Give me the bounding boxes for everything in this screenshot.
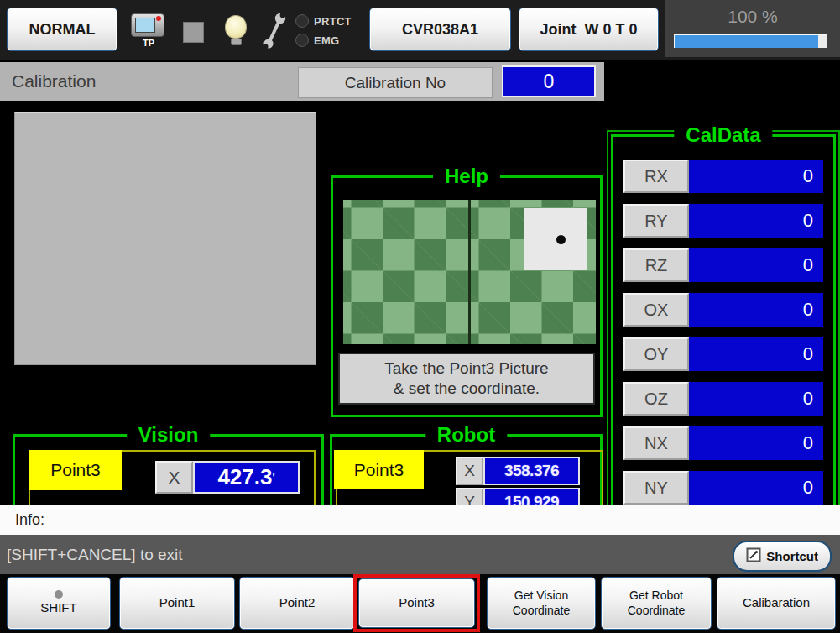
- robot-x-value: 358.376: [504, 462, 559, 480]
- vision-x-suffix: ': [272, 471, 274, 484]
- shortcut-label: Shortcut: [766, 549, 818, 563]
- caldata-row: OX 0: [623, 293, 823, 327]
- caldata-row: NY 0: [623, 471, 823, 505]
- calibration-no-label: Calibration No: [298, 67, 493, 98]
- caldata-row-label: NX: [623, 426, 689, 460]
- caldata-row-value: 0: [689, 426, 823, 460]
- help-title: Help: [433, 165, 500, 188]
- calibaration-key[interactable]: Calibaration: [717, 577, 836, 630]
- vision-x-field: 427.3': [193, 461, 300, 494]
- override-progressbar: [674, 34, 827, 48]
- tp-screen-icon: [135, 18, 155, 33]
- page-title: Calibration: [12, 71, 96, 92]
- point1-key-label: Point1: [159, 595, 196, 611]
- override-progress-fill: [675, 35, 818, 48]
- prtct-led-icon: [295, 14, 309, 28]
- main-area: Calibration Calibration No 0 CalData RX …: [0, 60, 840, 505]
- mode-button[interactable]: NORMAL: [7, 8, 117, 51]
- prtct-label: PRTCT: [314, 15, 352, 28]
- caldata-row: NX 0: [623, 426, 823, 460]
- function-key-bar: SHIFT Point1 Point2 Point3 Get Vision Co…: [0, 574, 840, 633]
- lamp-icon: [225, 15, 247, 45]
- stop-square-icon: [183, 22, 204, 43]
- lamp-glass-icon: [225, 15, 247, 39]
- program-name-button[interactable]: CVR038A1: [369, 8, 511, 51]
- vision-x-label: X: [155, 461, 193, 494]
- point2-key[interactable]: Point2: [239, 577, 355, 630]
- shift-led-icon: [55, 590, 63, 599]
- caldata-row-label: OY: [623, 337, 689, 371]
- point3-key[interactable]: Point3: [358, 578, 475, 628]
- caldata-title: CalData: [674, 123, 772, 147]
- tp-led-icon: [156, 16, 161, 21]
- caldata-row-value: 0: [689, 293, 823, 327]
- point3-key-label: Point3: [399, 595, 435, 611]
- status-bar: [SHIFT+CANCEL] to exit Shortcut: [0, 535, 840, 574]
- exit-hint: [SHIFT+CANCEL] to exit: [7, 546, 183, 564]
- override-percent: 100 %: [665, 7, 840, 27]
- calibration-checkerboard: [343, 200, 596, 344]
- get-robot-coordinate-key[interactable]: Get Robot Coordinate: [601, 577, 712, 630]
- caldata-row: OY 0: [623, 337, 823, 371]
- point3-highlight-box: Point3: [353, 574, 480, 632]
- caldata-row: RX 0: [623, 160, 823, 193]
- shortcut-button[interactable]: Shortcut: [733, 541, 832, 572]
- shift-key[interactable]: SHIFT: [7, 577, 111, 630]
- lamp-base-icon: [231, 39, 242, 45]
- shift-key-label: SHIFT: [40, 600, 76, 616]
- help-message-line2: & set the coordinate.: [394, 379, 540, 399]
- calibaration-key-label: Calibaration: [743, 595, 810, 611]
- get-robot-key-label: Get Robot Coordinate: [628, 589, 686, 618]
- tp-icon-label: TP: [131, 38, 166, 48]
- teach-pendant-icon: TP: [131, 13, 166, 52]
- vision-x-value: 427.3: [217, 464, 272, 490]
- caldata-row-value: 0: [689, 248, 823, 282]
- info-label: Info:: [15, 511, 44, 529]
- emg-led-icon: [295, 34, 309, 47]
- help-panel: Help Take the Point3 Picture & set the c…: [331, 175, 603, 417]
- caldata-row-value: 0: [689, 160, 823, 193]
- robot-x-label: X: [456, 457, 483, 485]
- caldata-panel: CalData RX 0 RY 0 RZ 0 OX 0 OY 0 OZ 0 NX: [611, 134, 836, 560]
- screen-header: Calibration Calibration No 0: [0, 62, 604, 101]
- checkerboard-left-half: [343, 200, 468, 344]
- robot-title: Robot: [425, 423, 507, 447]
- jog-mode-button[interactable]: Joint W 0 T 0: [519, 8, 659, 51]
- target-dot-icon: [556, 235, 566, 244]
- shortcut-icon: [746, 547, 761, 565]
- caldata-row-label: RX: [623, 160, 689, 193]
- camera-image-placeholder: [14, 112, 316, 365]
- vision-title: Vision: [127, 423, 211, 447]
- calibration-no-field[interactable]: 0: [502, 65, 596, 97]
- point2-key-label: Point2: [279, 595, 316, 611]
- caldata-row-label: RY: [623, 204, 689, 238]
- wrench-icon: [262, 11, 287, 53]
- caldata-row-value: 0: [689, 382, 823, 416]
- override-panel: 100 %: [665, 0, 840, 57]
- emg-label: EMG: [314, 34, 340, 47]
- tp-device-icon: [131, 13, 164, 37]
- get-vision-coordinate-key[interactable]: Get Vision Coordinate: [487, 577, 596, 630]
- emg-indicator: EMG: [295, 34, 340, 47]
- robot-x-field: 358.376: [483, 457, 580, 485]
- robot-point-label: Point3: [334, 450, 424, 489]
- info-bar: Info:: [0, 505, 840, 535]
- caldata-row-label: OX: [623, 293, 689, 327]
- caldata-row-label: NY: [623, 471, 689, 505]
- caldata-row-label: RZ: [623, 248, 689, 282]
- prtct-indicator: PRTCT: [295, 14, 352, 28]
- caldata-row: RZ 0: [623, 248, 823, 282]
- vision-point-label: Point3: [29, 450, 122, 490]
- help-message-line1: Take the Point3 Picture: [384, 358, 548, 379]
- caldata-row: OZ 0: [623, 382, 823, 416]
- target-square: [524, 208, 587, 270]
- get-vision-key-label: Get Vision Coordinate: [513, 589, 571, 618]
- caldata-row-label: OZ: [623, 382, 689, 416]
- teach-pendant-screen: NORMAL TP PRTCT: [0, 0, 840, 633]
- help-message: Take the Point3 Picture & set the coordi…: [338, 353, 595, 405]
- caldata-row-value: 0: [689, 471, 823, 505]
- caldata-row-value: 0: [689, 337, 823, 371]
- point1-key[interactable]: Point1: [119, 577, 235, 630]
- top-status-bar: NORMAL TP PRTCT: [0, 0, 840, 60]
- caldata-row-value: 0: [689, 204, 823, 238]
